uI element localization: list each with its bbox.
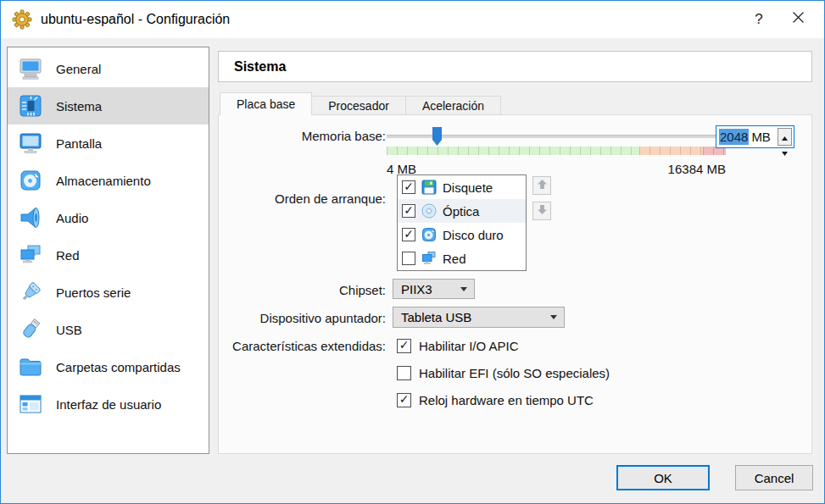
- memory-spinbox[interactable]: 2048 MB: [716, 125, 794, 148]
- sidebar-item-label: Carpetas compartidas: [56, 360, 181, 374]
- serial-port-icon: [18, 280, 43, 305]
- pointing-device-value: Tableta USB: [401, 310, 471, 324]
- close-button[interactable]: [778, 1, 817, 38]
- memory-unit: MB: [751, 130, 778, 144]
- sidebar-item-label: Red: [56, 248, 80, 263]
- sidebar-item-usb[interactable]: USB: [8, 311, 209, 348]
- feature-label: Habilitar EFI (sólo SO especiales): [419, 366, 610, 380]
- checkbox[interactable]: [402, 252, 415, 265]
- hard-disk-icon: [421, 226, 438, 243]
- memory-value[interactable]: 2048: [719, 129, 749, 145]
- slider-handle[interactable]: [432, 127, 442, 146]
- page-header: Sistema: [218, 51, 812, 82]
- boot-item-label: Red: [443, 252, 466, 266]
- tab-bar: Placa base Procesador Aceleración: [220, 92, 501, 115]
- checkbox[interactable]: ✓: [402, 180, 415, 194]
- memory-label: Memoria base:: [302, 129, 386, 143]
- folder-icon: [18, 354, 43, 379]
- tab-label: Procesador: [328, 99, 389, 113]
- feature-io-apic[interactable]: ✓ Habilitar I/O APIC: [397, 337, 519, 354]
- boot-row-disco-duro[interactable]: ✓ Disco duro: [398, 223, 526, 246]
- spin-down-icon: [782, 144, 788, 159]
- window-title: ubuntu-español - Configuración: [41, 12, 230, 27]
- chipset-combo[interactable]: PIIX3: [393, 279, 475, 299]
- chipset-value: PIIX3: [401, 282, 432, 296]
- tab-procesador[interactable]: Procesador: [312, 96, 406, 115]
- sidebar-item-audio[interactable]: Audio: [8, 199, 209, 236]
- check-mark: ✓: [399, 393, 410, 405]
- sidebar-item-puertos-serie[interactable]: Puertos serie: [8, 274, 209, 311]
- close-icon: [792, 11, 805, 28]
- checkbox[interactable]: [397, 366, 411, 380]
- tab-label: Aceleración: [422, 99, 484, 113]
- boot-row-disquete[interactable]: ✓ Disquete: [398, 175, 526, 199]
- tab-aceleracion[interactable]: Aceleración: [406, 96, 501, 115]
- feature-label: Habilitar I/O APIC: [419, 339, 519, 353]
- page-title: Sistema: [234, 59, 286, 75]
- sidebar-item-general[interactable]: General: [8, 50, 209, 87]
- sidebar-item-label: Almacenamiento: [56, 174, 151, 188]
- arrow-down-icon: [537, 203, 548, 219]
- boot-row-optica[interactable]: ✓ Óptica: [398, 199, 526, 223]
- check-mark: ✓: [399, 339, 410, 351]
- move-down-button[interactable]: [532, 202, 551, 220]
- sidebar-item-carpetas-compartidas[interactable]: Carpetas compartidas: [8, 348, 209, 385]
- ok-button[interactable]: OK: [616, 465, 710, 490]
- chevron-down-icon: [550, 315, 557, 319]
- dialog-body: General Sistema: [1, 38, 824, 503]
- boot-row-red[interactable]: Red: [398, 246, 526, 270]
- scale-green-zone: [387, 147, 639, 155]
- check-mark: ✓: [404, 180, 414, 192]
- sidebar-item-label: USB: [56, 323, 82, 337]
- slider-scale: [387, 147, 726, 155]
- display-icon: [18, 130, 43, 156]
- spin-up-icon: [782, 129, 788, 144]
- memory-max-label: 16384 MB: [599, 162, 726, 176]
- move-up-button[interactable]: [532, 176, 551, 195]
- checkbox[interactable]: ✓: [402, 204, 415, 218]
- spin-up-button[interactable]: [778, 129, 791, 144]
- sidebar-item-label: Sistema: [56, 99, 102, 114]
- checkbox[interactable]: ✓: [402, 228, 415, 241]
- help-button[interactable]: ?: [739, 1, 778, 38]
- network-boot-icon: [421, 250, 438, 267]
- check-mark: ✓: [404, 228, 414, 240]
- category-sidebar: General Sistema: [7, 47, 209, 454]
- sidebar-item-red[interactable]: Red: [8, 236, 209, 274]
- motherboard-panel: Memoria base: 4 MB 16384 MB 2048 MB: [218, 114, 812, 454]
- sidebar-item-interfaz-usuario[interactable]: Interfaz de usuario: [8, 385, 209, 423]
- tab-label: Placa base: [237, 97, 295, 111]
- floppy-icon: [421, 179, 438, 196]
- sidebar-item-almacenamiento[interactable]: Almacenamiento: [8, 162, 209, 199]
- scale-orange-zone: [639, 147, 703, 155]
- arrow-up-icon: [537, 178, 548, 193]
- sidebar-item-pantalla[interactable]: Pantalla: [8, 125, 209, 162]
- sidebar-item-label: Puertos serie: [56, 285, 131, 300]
- pointing-device-label: Dispositivo apuntador:: [260, 311, 386, 325]
- system-chip-icon: [18, 93, 43, 119]
- spin-down-button[interactable]: [778, 144, 791, 159]
- chevron-down-icon: [460, 287, 467, 291]
- feature-efi[interactable]: Habilitar EFI (sólo SO especiales): [397, 364, 610, 381]
- storage-disk-icon: [18, 168, 43, 193]
- sidebar-item-label: Pantalla: [56, 136, 102, 151]
- settings-dialog: ubuntu-español - Configuración ?: [0, 0, 825, 504]
- feature-utc-clock[interactable]: ✓ Reloj hardware en tiempo UTC: [397, 391, 594, 408]
- checkbox[interactable]: ✓: [397, 339, 411, 353]
- boot-item-label: Óptica: [443, 204, 479, 219]
- network-icon: [18, 242, 43, 268]
- general-icon: [18, 56, 43, 81]
- title-bar: ubuntu-español - Configuración ?: [1, 1, 824, 38]
- boot-item-label: Disquete: [443, 180, 493, 195]
- memory-slider[interactable]: [387, 124, 726, 164]
- tab-placa-base[interactable]: Placa base: [220, 92, 312, 115]
- sidebar-item-sistema[interactable]: Sistema: [8, 87, 209, 125]
- sidebar-item-label: General: [56, 62, 101, 76]
- sidebar-item-label: Interfaz de usuario: [56, 397, 161, 412]
- pointing-device-combo[interactable]: Tableta USB: [393, 307, 565, 328]
- cancel-button[interactable]: Cancel: [735, 465, 813, 490]
- usb-icon: [18, 317, 43, 342]
- sidebar-item-label: Audio: [56, 211, 88, 225]
- checkbox[interactable]: ✓: [397, 393, 411, 407]
- window-ui-icon: [18, 391, 43, 417]
